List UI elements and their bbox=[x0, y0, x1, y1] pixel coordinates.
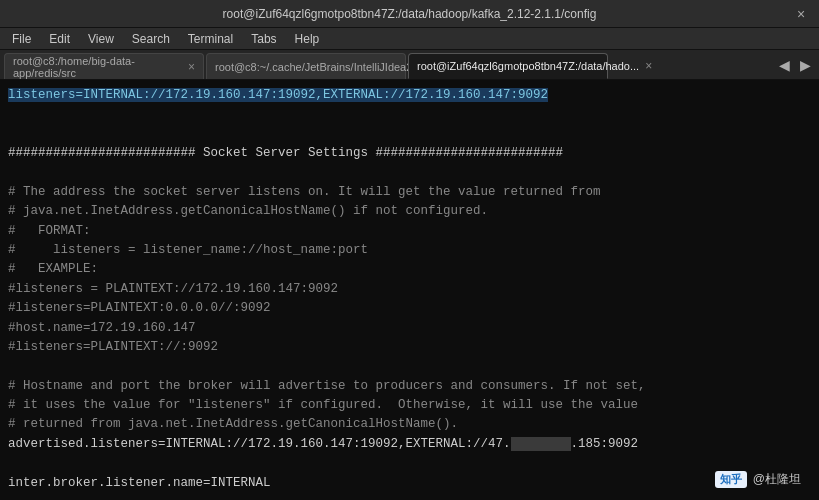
terminal-content[interactable]: listeners=INTERNAL://172.19.160.147:1909… bbox=[0, 80, 819, 500]
menu-bar: File Edit View Search Terminal Tabs Help bbox=[0, 28, 819, 50]
tab-label-intellij: root@c8:~/.cache/JetBrains/IntelliJIdea2… bbox=[215, 61, 440, 73]
terminal-line-11: #listeners = PLAINTEXT://172.19.160.147:… bbox=[8, 280, 811, 299]
tab-close-redis[interactable]: × bbox=[188, 60, 195, 74]
terminal-line-17: # it uses the value for "listeners" if c… bbox=[8, 396, 811, 415]
tab-kafka[interactable]: root@iZuf64qzl6gmotpo8tbn47Z:/data/hado.… bbox=[408, 53, 608, 79]
menu-terminal[interactable]: Terminal bbox=[180, 30, 241, 48]
menu-edit[interactable]: Edit bbox=[41, 30, 78, 48]
terminal-line-22 bbox=[8, 493, 811, 500]
close-button[interactable]: × bbox=[793, 6, 809, 22]
menu-file[interactable]: File bbox=[4, 30, 39, 48]
watermark-logo: 知乎 bbox=[715, 471, 747, 488]
tab-bar-actions: ◀ ▶ bbox=[775, 55, 815, 75]
terminal-line-13: #host.name=172.19.160.147 bbox=[8, 319, 811, 338]
terminal-line-15 bbox=[8, 357, 811, 376]
terminal-line-9: # listeners = listener_name://host_name:… bbox=[8, 241, 811, 260]
tab-scroll-right[interactable]: ▶ bbox=[796, 55, 815, 75]
terminal-line-3 bbox=[8, 125, 811, 144]
terminal-line-20 bbox=[8, 454, 811, 473]
menu-search[interactable]: Search bbox=[124, 30, 178, 48]
terminal-line-19: advertised.listeners=INTERNAL://172.19.1… bbox=[8, 435, 811, 454]
terminal-line-16: # Hostname and port the broker will adve… bbox=[8, 377, 811, 396]
terminal-line-12: #listeners=PLAINTEXT:0.0.0.0//:9092 bbox=[8, 299, 811, 318]
terminal-line-4: ######################### Socket Server … bbox=[8, 144, 811, 163]
watermark: 知乎 @杜隆坦 bbox=[715, 471, 801, 488]
terminal-line-6: # The address the socket server listens … bbox=[8, 183, 811, 202]
tab-bar: root@c8:/home/big-data-app/redis/src × r… bbox=[0, 50, 819, 80]
menu-view[interactable]: View bbox=[80, 30, 122, 48]
terminal-line-1: listeners=INTERNAL://172.19.160.147:1909… bbox=[8, 86, 811, 105]
window-title: root@iZuf64qzl6gmotpo8tbn47Z:/data/hadoo… bbox=[223, 7, 597, 21]
tab-scroll-left[interactable]: ◀ bbox=[775, 55, 794, 75]
terminal-line-10: # EXAMPLE: bbox=[8, 260, 811, 279]
tab-close-kafka[interactable]: × bbox=[645, 59, 652, 73]
tab-intellij[interactable]: root@c8:~/.cache/JetBrains/IntelliJIdea2… bbox=[206, 53, 406, 79]
terminal-line-14: #listeners=PLAINTEXT://:9092 bbox=[8, 338, 811, 357]
terminal-line-2 bbox=[8, 105, 811, 124]
title-bar: root@iZuf64qzl6gmotpo8tbn47Z:/data/hadoo… bbox=[0, 0, 819, 28]
terminal-line-5 bbox=[8, 164, 811, 183]
tab-label-redis: root@c8:/home/big-data-app/redis/src bbox=[13, 55, 182, 79]
terminal-line-7: # java.net.InetAddress.getCanonicalHostN… bbox=[8, 202, 811, 221]
watermark-author: @杜隆坦 bbox=[753, 471, 801, 488]
tab-label-kafka: root@iZuf64qzl6gmotpo8tbn47Z:/data/hado.… bbox=[417, 60, 639, 72]
menu-help[interactable]: Help bbox=[287, 30, 328, 48]
terminal-line-8: # FORMAT: bbox=[8, 222, 811, 241]
tab-redis[interactable]: root@c8:/home/big-data-app/redis/src × bbox=[4, 53, 204, 79]
menu-tabs[interactable]: Tabs bbox=[243, 30, 284, 48]
terminal-line-18: # returned from java.net.InetAddress.get… bbox=[8, 415, 811, 434]
terminal-line-21: inter.broker.listener.name=INTERNAL bbox=[8, 474, 811, 493]
